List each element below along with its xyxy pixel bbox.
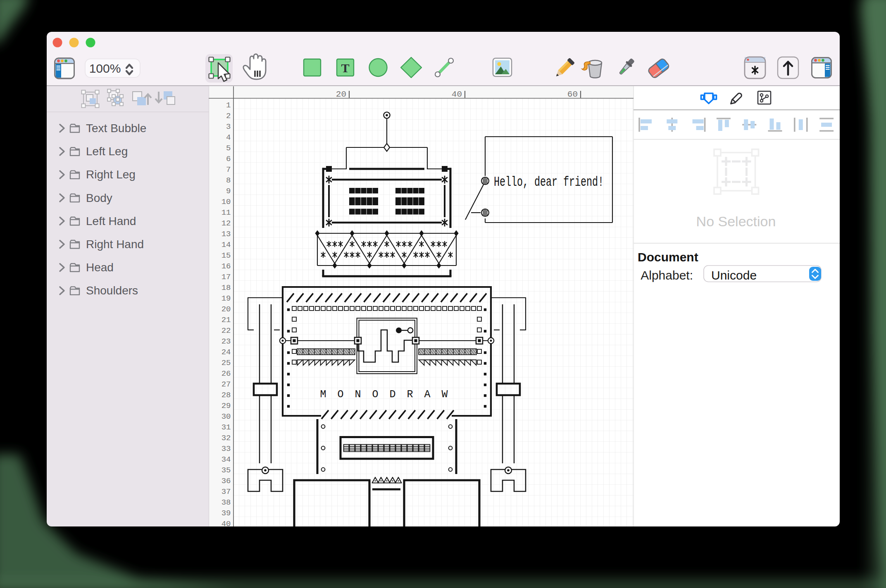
svg-text:14: 14 bbox=[222, 240, 231, 249]
svg-text:R: R bbox=[407, 389, 413, 401]
svg-text:38: 38 bbox=[222, 498, 231, 507]
svg-text:9: 9 bbox=[226, 187, 231, 196]
svg-text:1: 1 bbox=[226, 101, 231, 110]
svg-text:19: 19 bbox=[222, 294, 231, 303]
svg-text:D: D bbox=[389, 389, 395, 401]
svg-text:40: 40 bbox=[452, 90, 462, 99]
svg-text:Right Leg: Right Leg bbox=[86, 168, 136, 181]
svg-text:33: 33 bbox=[222, 444, 231, 453]
svg-text:34: 34 bbox=[222, 455, 231, 464]
svg-text:N: N bbox=[355, 389, 361, 401]
svg-text:A: A bbox=[424, 389, 430, 401]
svg-text:Document: Document bbox=[638, 250, 698, 264]
svg-text:Shoulders: Shoulders bbox=[86, 284, 138, 297]
svg-text:17: 17 bbox=[222, 273, 231, 282]
svg-text:8: 8 bbox=[226, 176, 231, 185]
svg-text:7: 7 bbox=[226, 165, 231, 174]
svg-text:27: 27 bbox=[222, 380, 231, 389]
svg-text:20: 20 bbox=[222, 305, 231, 314]
svg-text:Head: Head bbox=[86, 261, 114, 274]
svg-text:12: 12 bbox=[222, 219, 231, 228]
svg-text:21: 21 bbox=[222, 315, 231, 325]
svg-text:Unicode: Unicode bbox=[711, 268, 757, 282]
svg-text:36: 36 bbox=[222, 477, 231, 486]
svg-text:37: 37 bbox=[222, 487, 231, 496]
svg-text:39: 39 bbox=[222, 509, 231, 518]
svg-text:T: T bbox=[341, 61, 349, 75]
svg-text:M: M bbox=[320, 389, 326, 401]
svg-text:Body: Body bbox=[86, 192, 112, 204]
svg-text:11: 11 bbox=[222, 208, 231, 217]
svg-text:Left Leg: Left Leg bbox=[86, 145, 128, 158]
svg-text:4: 4 bbox=[226, 133, 231, 142]
svg-text:24: 24 bbox=[222, 348, 231, 357]
svg-text:25: 25 bbox=[222, 358, 231, 368]
svg-text:No Selection: No Selection bbox=[696, 213, 776, 229]
svg-text:35: 35 bbox=[222, 466, 231, 475]
svg-text:31: 31 bbox=[222, 423, 231, 432]
svg-text:W: W bbox=[441, 389, 448, 401]
svg-text:10: 10 bbox=[222, 197, 231, 206]
svg-text:30: 30 bbox=[222, 412, 231, 421]
svg-text:5: 5 bbox=[226, 144, 231, 153]
svg-text:28: 28 bbox=[222, 391, 231, 400]
svg-text:Text Bubble: Text Bubble bbox=[86, 122, 146, 135]
svg-text:Alphabet:: Alphabet: bbox=[641, 268, 693, 282]
svg-text:Right Hand: Right Hand bbox=[86, 238, 144, 251]
svg-text:18: 18 bbox=[222, 283, 231, 292]
svg-text:13: 13 bbox=[222, 230, 231, 239]
svg-text:Left Hand: Left Hand bbox=[86, 215, 136, 228]
svg-text:Hello, dear friend!: Hello, dear friend! bbox=[494, 174, 604, 190]
svg-text:60: 60 bbox=[567, 90, 578, 99]
svg-text:6: 6 bbox=[226, 154, 231, 164]
svg-text:20: 20 bbox=[336, 90, 346, 99]
svg-text:29: 29 bbox=[222, 401, 231, 410]
svg-text:3: 3 bbox=[226, 122, 231, 131]
svg-text:32: 32 bbox=[222, 434, 231, 443]
svg-text:23: 23 bbox=[222, 337, 231, 346]
svg-text:15: 15 bbox=[222, 251, 231, 260]
svg-text:O: O bbox=[372, 389, 378, 401]
svg-text:26: 26 bbox=[222, 369, 231, 378]
svg-text:16: 16 bbox=[222, 262, 231, 271]
svg-text:22: 22 bbox=[222, 326, 231, 335]
svg-text:100%: 100% bbox=[89, 62, 121, 75]
svg-text:O: O bbox=[337, 389, 343, 401]
svg-text:2: 2 bbox=[226, 111, 231, 121]
